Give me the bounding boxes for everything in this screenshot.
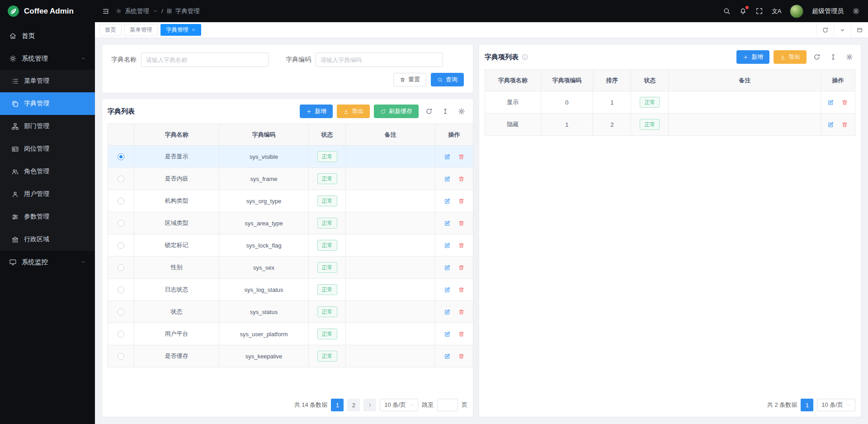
table-row[interactable]: 是否内嵌 sys_frame 正常 [108, 168, 473, 190]
table-row[interactable]: 隐藏 1 2 正常 [485, 114, 855, 136]
collapse-sidebar-icon[interactable] [102, 8, 109, 15]
table-row[interactable]: 性别 sys_sex 正常 [108, 257, 473, 279]
sidebar-item-role-management[interactable]: 角色管理 [0, 160, 95, 183]
tab-menu-management[interactable]: 菜单管理 [124, 24, 158, 36]
edit-icon[interactable] [444, 353, 451, 360]
page-button-1[interactable]: 1 [331, 399, 344, 411]
sidebar-item-position-management[interactable]: 岗位管理 [0, 138, 95, 160]
add-dict-item-button[interactable]: 新增 [736, 50, 769, 64]
tab-dictionary-management[interactable]: 字典管理 [160, 24, 201, 36]
tabs-more-button[interactable] [834, 22, 851, 38]
edit-icon[interactable] [444, 264, 451, 271]
refresh-cache-button[interactable]: 刷新缓存 [374, 105, 419, 118]
row-radio[interactable] [118, 242, 124, 249]
sidebar-item-label: 用户管理 [24, 190, 49, 198]
export-dict-items-button[interactable]: 导出 [774, 50, 807, 64]
row-density-button[interactable] [827, 51, 839, 63]
sidebar-item-dictionary-management[interactable]: 字典管理 [0, 92, 95, 115]
table-settings-button[interactable] [843, 51, 855, 63]
row-radio[interactable] [118, 353, 124, 360]
edit-icon[interactable] [444, 309, 451, 315]
row-radio[interactable] [118, 198, 124, 205]
row-radio[interactable] [118, 220, 124, 227]
edit-icon[interactable] [444, 331, 451, 338]
refresh-cache-label: 刷新缓存 [389, 107, 412, 115]
edit-icon[interactable] [827, 121, 834, 128]
delete-icon[interactable] [458, 331, 465, 338]
edit-icon[interactable] [827, 99, 834, 106]
breadcrumb-item-system[interactable]: 系统管理 [125, 7, 149, 15]
table-row[interactable]: 是否显示 sys_visible 正常 [108, 146, 473, 168]
notifications-button[interactable] [739, 7, 747, 15]
row-radio[interactable] [118, 286, 124, 293]
settings-gear-icon[interactable] [852, 7, 860, 15]
delete-icon[interactable] [841, 99, 848, 106]
edit-icon[interactable] [444, 153, 451, 160]
jump-page-input[interactable] [437, 399, 458, 411]
table-row[interactable]: 锁定标记 sys_lock_flag 正常 [108, 234, 473, 257]
delete-icon[interactable] [458, 153, 465, 160]
fullscreen-icon[interactable] [755, 7, 763, 15]
delete-icon[interactable] [458, 286, 465, 293]
edit-icon[interactable] [444, 220, 451, 227]
delete-icon[interactable] [458, 353, 465, 360]
dict-name-cell: 用户平台 [134, 323, 219, 345]
edit-icon[interactable] [444, 286, 451, 293]
dict-code-input[interactable] [316, 52, 443, 67]
delete-icon[interactable] [458, 198, 465, 205]
sidebar-item-administrative-region[interactable]: 行政区域 [0, 228, 95, 251]
sidebar-item-menu-management[interactable]: 菜单管理 [0, 70, 95, 92]
row-density-button[interactable] [439, 105, 451, 118]
sidebar-item-system-monitor[interactable]: 系统监控 [0, 251, 95, 273]
refresh-tab-button[interactable] [816, 22, 834, 38]
delete-icon[interactable] [458, 242, 465, 249]
page-size-select[interactable]: 10 条/页 [817, 399, 855, 411]
translate-icon[interactable] [772, 7, 781, 15]
refresh-table-button[interactable] [811, 51, 823, 63]
sidebar-item-parameter-management[interactable]: 参数管理 [0, 205, 95, 228]
table-row[interactable]: 日志状态 sys_log_status 正常 [108, 279, 473, 301]
sidebar-item-home[interactable]: 首页 [0, 24, 95, 47]
username[interactable]: 超级管理员 [812, 7, 844, 15]
row-radio[interactable] [118, 264, 124, 271]
page-button-2[interactable]: 2 [347, 399, 360, 411]
search-icon[interactable] [723, 7, 731, 15]
table-row[interactable]: 是否缓存 sys_keepalive 正常 [108, 345, 473, 367]
dict-name-input[interactable] [141, 52, 269, 67]
refresh-table-button[interactable] [423, 105, 435, 118]
delete-icon[interactable] [458, 220, 465, 227]
add-dictionary-button[interactable]: 新增 [300, 105, 333, 118]
reset-button[interactable]: 重置 [393, 73, 426, 86]
delete-icon[interactable] [458, 176, 465, 182]
table-row[interactable]: 状态 sys_status 正常 [108, 301, 473, 323]
search-form-card: 字典名称 字典编码 重置 [102, 45, 473, 93]
query-button[interactable]: 查询 [431, 73, 464, 86]
maximize-pane-button[interactable] [851, 22, 868, 38]
row-radio[interactable] [118, 309, 124, 315]
row-radio[interactable] [118, 176, 124, 182]
delete-icon[interactable] [458, 264, 465, 271]
table-row[interactable]: 显示 0 1 正常 [485, 91, 855, 114]
table-row[interactable]: 用户平台 sys_user_platform 正常 [108, 323, 473, 345]
edit-icon[interactable] [444, 198, 451, 205]
close-tab-icon[interactable] [191, 28, 196, 32]
export-dictionary-button[interactable]: 导出 [337, 105, 370, 118]
delete-icon[interactable] [458, 309, 465, 315]
sidebar-item-system-management[interactable]: 系统管理 [0, 47, 95, 70]
edit-icon[interactable] [444, 242, 451, 249]
sidebar-item-department-management[interactable]: 部门管理 [0, 115, 95, 138]
sidebar-item-user-management[interactable]: 用户管理 [0, 183, 95, 205]
edit-icon[interactable] [444, 176, 451, 182]
tab-home[interactable]: 首页 [99, 24, 122, 36]
table-settings-button[interactable] [455, 105, 467, 118]
page-button-1[interactable]: 1 [801, 399, 813, 411]
table-row[interactable]: 机构类型 sys_org_type 正常 [108, 190, 473, 212]
page-size-select[interactable]: 10 条/页 [380, 399, 418, 411]
delete-icon[interactable] [841, 121, 848, 128]
table-row[interactable]: 区域类型 sys_area_type 正常 [108, 212, 473, 234]
app-logo[interactable]: Coffee Admin [0, 0, 95, 22]
row-radio[interactable] [118, 153, 124, 160]
row-radio[interactable] [118, 331, 124, 338]
avatar[interactable] [790, 5, 803, 18]
next-page-button[interactable] [363, 399, 376, 411]
